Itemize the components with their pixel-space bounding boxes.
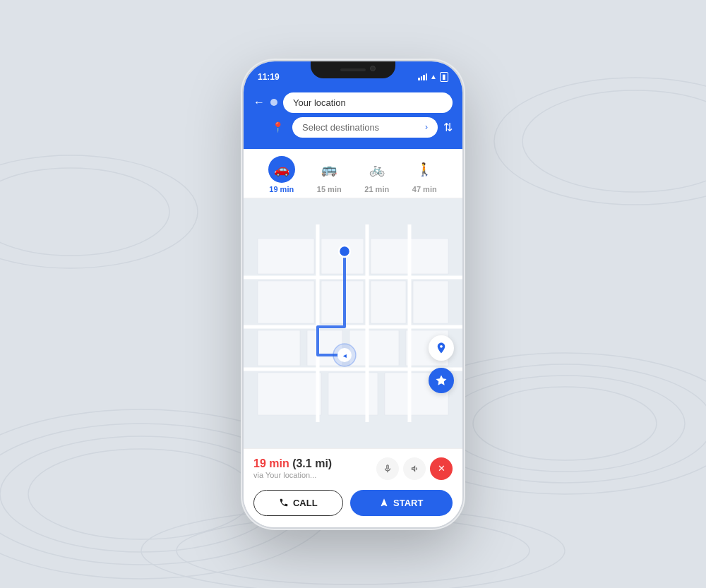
car-icon: 🚗 <box>268 156 295 183</box>
call-button[interactable]: CALL <box>253 490 343 516</box>
call-label: CALL <box>293 498 318 508</box>
trip-info: 19 min (3.1 mi) via Your location... <box>244 449 462 486</box>
phone-shell: 11:19 ▲ ▮ ← Your location 📍 Select desti… <box>244 61 462 527</box>
trip-controls: ✕ <box>376 457 453 480</box>
car-time: 19 min <box>269 185 294 193</box>
destination-placeholder: Select destinations <box>302 122 379 133</box>
wifi-icon: ▲ <box>430 73 437 80</box>
destination-input[interactable]: Select destinations › <box>292 117 438 138</box>
start-button[interactable]: START <box>350 490 453 516</box>
trip-via: via Your location... <box>253 471 371 479</box>
walk-icon: 🚶 <box>411 156 438 183</box>
trip-distance: (3.1 mi) <box>292 457 332 469</box>
svg-rect-16 <box>258 239 314 274</box>
transport-walk[interactable]: 🚶 47 min <box>411 156 438 193</box>
svg-point-36 <box>339 246 350 257</box>
origin-dot <box>270 99 277 106</box>
destination-pin-icon: 📍 <box>272 121 284 133</box>
svg-rect-20 <box>321 281 364 323</box>
svg-rect-27 <box>258 373 321 415</box>
close-icon: ✕ <box>438 463 445 474</box>
svg-rect-28 <box>328 373 378 415</box>
transport-bar: 🚗 19 min 🚌 15 min 🚲 21 min 🚶 47 min <box>244 149 462 198</box>
trip-details: 19 min (3.1 mi) via Your location... <box>253 457 371 479</box>
signal-icon <box>418 73 427 80</box>
svg-rect-19 <box>258 281 314 323</box>
speaker <box>340 68 366 71</box>
notch <box>311 61 395 78</box>
bike-icon: 🚲 <box>364 156 390 183</box>
navigation-header: ← Your location 📍 Select destinations › … <box>244 87 462 149</box>
svg-rect-23 <box>258 330 300 366</box>
svg-rect-21 <box>371 281 406 323</box>
action-row: CALL START <box>244 486 462 527</box>
back-button[interactable]: ← <box>253 96 265 109</box>
map-area[interactable]: ◂ <box>244 198 462 448</box>
svg-text:◂: ◂ <box>342 352 347 359</box>
your-location-input[interactable]: Your location <box>283 92 453 113</box>
trip-time: 19 min <box>253 457 289 469</box>
bike-time: 21 min <box>364 185 389 193</box>
swap-button[interactable]: ⇅ <box>443 121 453 134</box>
svg-rect-25 <box>349 330 399 366</box>
microphone-button[interactable] <box>376 457 399 480</box>
compass-button[interactable] <box>429 368 454 393</box>
bus-icon: 🚌 <box>316 156 342 183</box>
bus-time: 15 min <box>317 185 342 193</box>
camera <box>370 66 376 71</box>
volume-button[interactable] <box>403 457 426 480</box>
status-time: 11:19 <box>258 72 280 82</box>
trip-time-distance: 19 min (3.1 mi) <box>253 457 371 470</box>
bottom-panel: 19 min (3.1 mi) via Your location... <box>244 448 462 527</box>
my-location-button[interactable] <box>429 335 454 361</box>
walk-time: 47 min <box>412 185 437 193</box>
status-icons: ▲ ▮ <box>418 72 448 82</box>
transport-bus[interactable]: 🚌 15 min <box>316 156 342 193</box>
transport-car[interactable]: 🚗 19 min <box>268 156 295 193</box>
start-label: START <box>393 498 423 508</box>
battery-icon: ▮ <box>440 72 448 82</box>
chevron-right-icon: › <box>425 122 428 132</box>
transport-bike[interactable]: 🚲 21 min <box>364 156 390 193</box>
svg-rect-22 <box>413 281 448 323</box>
close-button[interactable]: ✕ <box>430 457 453 480</box>
